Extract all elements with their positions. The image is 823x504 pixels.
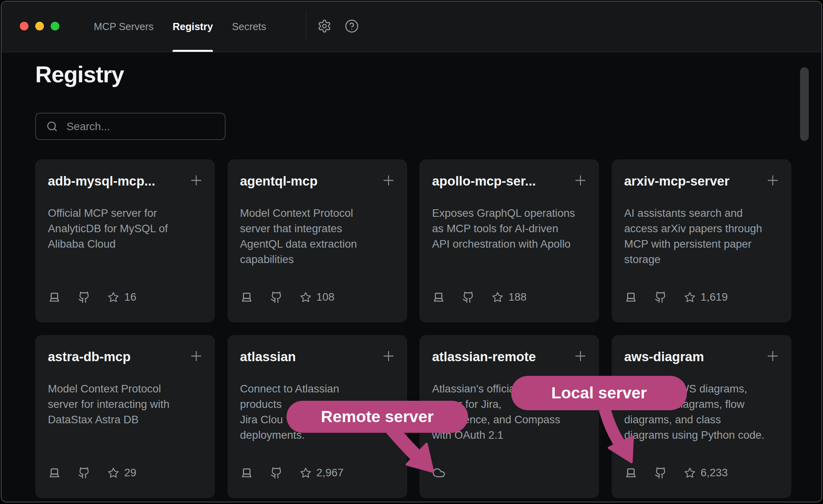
card-footer: 29 — [48, 466, 137, 480]
add-server-plus-icon[interactable] — [765, 172, 781, 188]
card-description-line: capabilities — [240, 252, 398, 267]
tab-mcp-servers[interactable]: MCP Servers — [94, 2, 154, 52]
card-footer — [432, 466, 446, 480]
card-footer: 108 — [240, 290, 335, 304]
traffic-lights — [20, 22, 59, 30]
github-icon[interactable] — [78, 291, 108, 303]
card-footer: 1,619 — [624, 290, 728, 304]
add-server-plus-icon[interactable] — [188, 348, 204, 364]
tab-secrets[interactable]: Secrets — [232, 2, 266, 52]
registry-card[interactable]: aws-diagramGenerate AWS diagrams,sequenc… — [612, 335, 791, 498]
vertical-scrollbar-thumb[interactable] — [800, 67, 809, 141]
add-server-plus-icon[interactable] — [573, 172, 588, 188]
card-description: Model Context Protocolserver that integr… — [240, 205, 398, 267]
card-description-line: diagrams, and class — [624, 412, 783, 427]
remote-server-callout: Remote server — [286, 401, 468, 433]
github-icon[interactable] — [270, 467, 300, 479]
card-description-line: Official MCP server for — [48, 205, 206, 221]
local-server-callout-label: Local server — [551, 384, 647, 402]
star-count: 1,619 — [701, 291, 728, 303]
registry-card[interactable]: agentql-mcpModel Context Protocolserver … — [228, 159, 407, 322]
help-icon[interactable] — [345, 19, 359, 33]
search-bar — [35, 113, 226, 140]
card-title: astra-db-mcp — [48, 349, 186, 364]
close-button[interactable] — [20, 22, 28, 30]
card-footer: 6,233 — [624, 466, 728, 480]
card-description-line: Model Context Protocol — [240, 205, 398, 221]
title-bar: MCP Servers Registry Secrets — [2, 2, 821, 52]
star-icon — [492, 292, 508, 303]
local-server-laptop-icon — [624, 466, 654, 479]
card-title: atlassian-remote — [432, 349, 571, 364]
star-count: 108 — [317, 291, 335, 303]
registry-card[interactable]: adb-mysql-mcp...Official MCP server forA… — [35, 159, 215, 322]
star-count: 188 — [508, 291, 527, 303]
add-server-plus-icon[interactable] — [381, 348, 396, 364]
star-count: 16 — [124, 291, 137, 303]
tab-registry[interactable]: Registry — [173, 2, 213, 52]
page-title: Registry — [35, 61, 124, 87]
star-icon — [684, 467, 701, 479]
search-input[interactable] — [66, 120, 218, 133]
remote-server-cloud-icon — [432, 466, 446, 479]
local-server-callout: Local server — [511, 376, 687, 410]
local-server-laptop-icon — [624, 291, 654, 304]
card-description-line: server that integrates — [240, 221, 398, 236]
add-server-plus-icon[interactable] — [188, 172, 204, 188]
card-title: atlassian — [240, 349, 379, 364]
card-description-line: diagrams using Python code. — [624, 427, 783, 443]
card-description-line: DataStax Astra DB — [48, 412, 206, 427]
card-description-line: AnalyticDB for MySQL of — [48, 221, 206, 236]
add-server-plus-icon[interactable] — [573, 348, 588, 364]
github-icon[interactable] — [654, 467, 684, 479]
card-title: aws-diagram — [624, 349, 763, 364]
github-icon[interactable] — [654, 291, 684, 303]
card-description-line: access arXiv papers through — [624, 221, 783, 236]
local-server-laptop-icon — [48, 466, 78, 479]
add-server-plus-icon[interactable] — [381, 172, 396, 188]
star-count: 6,233 — [701, 466, 728, 479]
registry-card[interactable]: arxiv-mcp-serverAI assistants search and… — [612, 159, 791, 322]
app-window: MCP Servers Registry Secrets Registry ad… — [1, 1, 822, 502]
local-server-laptop-icon — [240, 466, 270, 479]
github-icon[interactable] — [78, 467, 108, 479]
star-icon — [108, 292, 124, 303]
star-icon — [300, 467, 317, 479]
star-count: 2,967 — [317, 466, 344, 479]
nav-tabs: MCP Servers Registry Secrets — [94, 2, 266, 52]
card-description: AI assistants search andaccess arXiv pap… — [624, 205, 783, 267]
card-description-line: Alibaba Cloud — [48, 236, 206, 252]
remote-server-callout-label: Remote server — [321, 407, 434, 426]
github-icon[interactable] — [270, 291, 300, 303]
card-description-line: server for interacting with — [48, 396, 206, 412]
card-title: adb-mysql-mcp... — [48, 174, 186, 189]
local-server-laptop-icon — [432, 291, 462, 304]
settings-gear-icon[interactable] — [317, 19, 332, 33]
card-title: arxiv-mcp-server — [624, 174, 763, 189]
card-description-line: Connect to Atlassian — [240, 381, 398, 396]
minimize-button[interactable] — [35, 22, 44, 30]
card-description-line: AI assistants search and — [624, 205, 783, 221]
registry-card[interactable]: astra-db-mcpModel Context Protocolserver… — [35, 335, 215, 498]
card-description-line: as MCP tools for AI-driven — [432, 221, 590, 236]
card-footer: 188 — [432, 290, 527, 304]
zoom-button[interactable] — [51, 22, 59, 30]
card-description: Exposes GraphQL operationsas MCP tools f… — [432, 205, 590, 252]
card-description: Official MCP server forAnalyticDB for My… — [48, 205, 206, 252]
star-icon — [684, 292, 701, 303]
card-description: Model Context Protocolserver for interac… — [48, 381, 206, 427]
add-server-plus-icon[interactable] — [765, 348, 781, 364]
card-description-line: Exposes GraphQL operations — [432, 205, 590, 221]
search-icon — [46, 121, 58, 132]
card-description-line: storage — [624, 252, 783, 267]
card-footer: 2,967 — [240, 466, 344, 480]
card-description-line: API orchestration with Apollo — [432, 236, 590, 252]
star-icon — [300, 292, 317, 303]
card-description-line: AgentQL data extraction — [240, 236, 398, 252]
github-icon[interactable] — [462, 291, 492, 303]
card-title: apollo-mcp-ser... — [432, 174, 571, 189]
local-server-laptop-icon — [240, 291, 270, 304]
topbar-divider — [306, 11, 306, 41]
registry-card[interactable]: apollo-mcp-ser...Exposes GraphQL operati… — [419, 159, 599, 322]
star-icon — [108, 467, 124, 479]
